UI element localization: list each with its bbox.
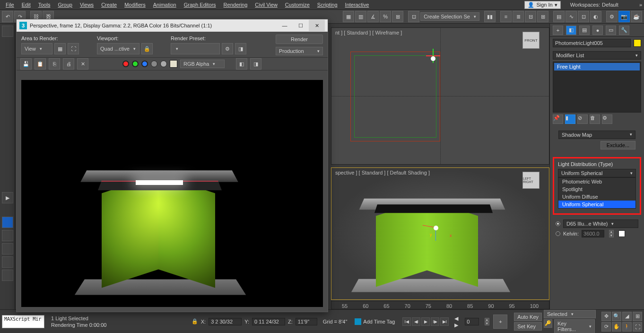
align-icon[interactable]: ⊟ — [525, 11, 536, 22]
maxscript-listener[interactable]: MAXScript Mir — [2, 315, 44, 328]
remove-modifier-icon[interactable]: 🗑 — [590, 114, 600, 124]
minimize-button[interactable]: — — [277, 20, 293, 31]
schematic-icon[interactable]: ⊡ — [578, 11, 589, 22]
viewcube-front[interactable]: FRONT — [522, 32, 540, 49]
light-distribution-dropdown[interactable]: Uniform Spherical — [558, 169, 636, 177]
timeline-ruler[interactable]: 55 60 65 70 75 80 85 90 95 100 — [331, 301, 549, 309]
frame-spinner[interactable]: ▴▾ — [485, 318, 489, 325]
tab-display-icon[interactable]: ▭ — [606, 26, 616, 35]
menu-animation[interactable]: Animation — [149, 1, 180, 9]
menu-civil-view[interactable]: Civil View — [251, 1, 281, 9]
angle-snap-icon[interactable]: ∡ — [367, 11, 379, 22]
make-unique-icon[interactable]: ⊘ — [577, 114, 588, 124]
align-icon[interactable]: ⊞ — [537, 11, 548, 22]
menu-graph-editors[interactable]: Graph Editors — [180, 1, 220, 9]
menu-views[interactable]: Views — [76, 1, 97, 9]
radio-checked-icon[interactable] — [556, 221, 560, 226]
key-target-dropdown[interactable]: Selected — [544, 310, 596, 318]
goto-end-icon[interactable]: ▶I — [440, 317, 449, 326]
auto-key-button[interactable]: Auto Key — [514, 313, 542, 321]
kelvin-spinner[interactable]: ▴▾ — [609, 230, 614, 237]
bg-swatch-icon[interactable] — [170, 60, 177, 68]
nav-walk-icon[interactable]: 🚶 — [622, 322, 632, 332]
configure-sets-icon[interactable]: ⚙ — [602, 114, 612, 124]
nav-orbit-icon[interactable]: ⟳ — [601, 322, 611, 332]
show-end-result-icon[interactable]: ▮ — [565, 114, 575, 124]
x-input[interactable]: 3 2 30/32 — [209, 318, 242, 325]
preset-icon[interactable]: ◨ — [235, 43, 246, 54]
dist-option-photometric-web[interactable]: Photometric Web — [558, 178, 635, 185]
kelvin-radio-row[interactable]: Kelvin: ▴▾ — [556, 230, 638, 237]
red-channel-icon[interactable] — [122, 61, 129, 67]
selection-set-dropdown[interactable]: Create Selection Se — [420, 12, 479, 21]
print-icon[interactable]: 🖨 — [63, 58, 74, 70]
goto-start-icon[interactable]: I◀ — [402, 317, 411, 326]
exclude-button[interactable]: Exclude... — [600, 141, 635, 149]
preset-icon[interactable]: ⚙ — [222, 43, 233, 54]
render-production-icon[interactable]: 📷 — [618, 11, 630, 22]
next-frame-icon[interactable]: I▶ — [431, 317, 439, 326]
lock-icon[interactable]: 🔒 — [191, 318, 198, 324]
align-icon[interactable]: ≡ — [500, 11, 512, 22]
radio-icon[interactable] — [556, 231, 560, 236]
menu-create[interactable]: Create — [97, 1, 121, 9]
tool-icon[interactable]: ▦ — [343, 11, 354, 22]
dock-button[interactable] — [2, 217, 13, 228]
curve-editor-icon[interactable]: ∿ — [566, 11, 577, 22]
layers-icon[interactable]: ▤ — [553, 11, 565, 22]
render-output-canvas[interactable] — [21, 80, 323, 307]
tab-motion-icon[interactable]: ● — [592, 26, 603, 35]
nav-max-icon[interactable]: ⛶ — [633, 322, 642, 332]
menu-file[interactable]: File — [2, 1, 18, 9]
render-preset-dropdown[interactable] — [171, 43, 220, 54]
tool-icon[interactable]: ▥ — [355, 11, 366, 22]
modifier-list-dropdown[interactable]: Modifier List — [553, 51, 641, 60]
dock-button[interactable] — [2, 270, 13, 281]
mirror-icon[interactable]: ▮▮ — [484, 11, 496, 22]
copy-icon[interactable]: 📋 — [35, 58, 46, 70]
menu-edit[interactable]: Edit — [18, 1, 35, 9]
dock-button[interactable] — [2, 26, 13, 37]
tool-icon[interactable]: ⊞ — [392, 11, 403, 22]
kelvin-input[interactable] — [582, 230, 604, 237]
close-button[interactable]: ✕ — [309, 20, 325, 31]
region-icon[interactable]: ▦ — [54, 43, 66, 54]
viewport-perspective[interactable]: spective ] [ Standard ] [ Default Shadin… — [331, 167, 549, 300]
prev-frame-icon[interactable]: ◀I — [412, 317, 420, 326]
modifier-stack-item[interactable]: Free Light — [554, 63, 640, 70]
dock-button[interactable] — [2, 230, 13, 241]
dist-option-uniform-diffuse[interactable]: Uniform Diffuse — [558, 193, 635, 201]
dist-option-uniform-spherical[interactable]: Uniform Spherical — [558, 201, 635, 208]
time-tag-button[interactable]: Add Time Tag — [355, 318, 395, 325]
dock-button[interactable] — [2, 256, 13, 268]
nav-fov-icon[interactable]: ◢ — [622, 312, 632, 321]
maximize-button[interactable]: ☐ — [293, 20, 309, 31]
z-input[interactable]: 11'9" — [296, 318, 317, 325]
menu-modifiers[interactable]: Modifiers — [121, 1, 149, 9]
y-input[interactable]: 0 11 24/32 — [252, 318, 285, 325]
transform-gizmo[interactable]: y x — [435, 228, 454, 246]
mono-channel-icon[interactable] — [160, 61, 167, 67]
pin-stack-icon[interactable]: 📌 — [553, 114, 563, 124]
kelvin-color-swatch[interactable] — [618, 230, 625, 237]
viewport-top[interactable]: nt ] [ Standard ] [ Wireframe ] FRONT — [331, 27, 549, 165]
dist-option-spotlight[interactable]: Spotlight — [558, 185, 635, 193]
named-selection-icon[interactable]: ⊡ — [408, 11, 419, 22]
dock-button[interactable] — [2, 243, 13, 254]
menu-interactive[interactable]: Interactive — [341, 1, 373, 9]
material-editor-icon[interactable]: ◐ — [590, 11, 601, 22]
lock-icon[interactable]: 🔒 — [141, 43, 153, 54]
d65-radio-row[interactable]: D65 Illu...e White) — [556, 219, 638, 228]
render-window-titlebar[interactable]: 3 Perspective, frame 12, Display Gamma: … — [17, 19, 328, 32]
area-to-render-dropdown[interactable]: View — [21, 43, 52, 54]
light-gizmo-icon[interactable] — [431, 56, 435, 61]
green-channel-icon[interactable] — [132, 61, 139, 67]
tab-modify-icon[interactable]: ◧ — [566, 26, 576, 35]
menu-tools[interactable]: Tools — [35, 1, 54, 9]
render-button[interactable]: Render — [276, 35, 323, 44]
key-mode-icon[interactable]: ◀ — [454, 315, 461, 321]
nav-pan-icon[interactable]: ✋ — [612, 322, 621, 332]
modifier-stack[interactable]: Free Light — [553, 61, 641, 113]
set-key-button[interactable]: Set Key — [514, 322, 542, 331]
overlay-icon[interactable]: ◨ — [250, 58, 261, 70]
